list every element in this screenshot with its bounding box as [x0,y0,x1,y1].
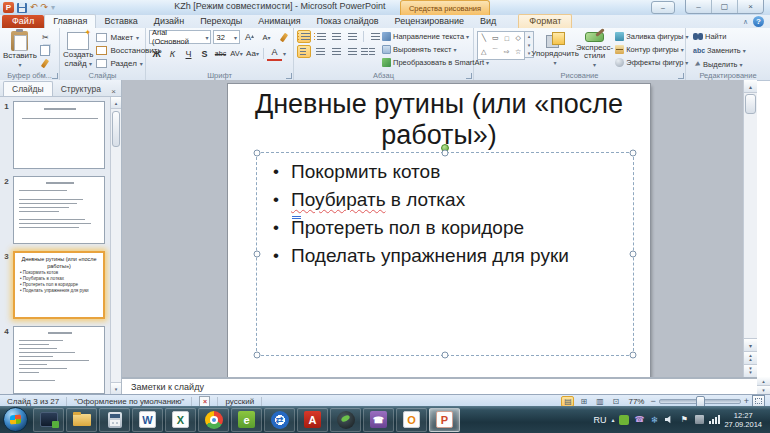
shape-star-icon[interactable]: ☆ [515,48,521,56]
panel-scroll-up-icon[interactable]: ▴ [111,97,121,109]
minimize-ribbon-icon[interactable]: ∧ [743,18,748,26]
taskbar-outlook[interactable]: O [396,408,427,432]
clock[interactable]: 12:27 27.09.2014 [724,411,765,429]
font-size-combo[interactable]: 32 ▾ [213,30,240,44]
new-slide-button[interactable]: ✦ Создать слайд ▾ [63,30,93,69]
theme-name[interactable]: "Оформление по умолчанию" [67,397,192,406]
arrange-button[interactable]: Упорядочить ▾ [534,30,576,69]
select-button[interactable]: ▲ Выделить ▾ [693,58,768,71]
tray-antivirus-icon[interactable]: ❄ [649,415,659,425]
shape-arc-icon[interactable]: ⌒ [492,47,499,57]
shape-arrow-icon[interactable]: ⇨ [504,48,510,56]
shapes-gallery-more-icon[interactable]: ▾ [528,50,531,56]
notes-pane[interactable]: Заметки к слайду [122,377,757,394]
resize-handle-se[interactable] [630,352,637,359]
taskbar-evernote[interactable]: e [231,408,262,432]
italic-button[interactable]: К [165,47,180,60]
content-placeholder[interactable]: •Покормить котов •Поубирать в лотках •Пр… [256,152,634,356]
zoom-level[interactable]: 77% [628,397,644,406]
spellcheck-status[interactable]: × [192,397,218,406]
tab-home[interactable]: Главная [44,14,96,28]
change-case-button[interactable]: Aa▾ [245,47,260,60]
taskbar-remote-desktop[interactable] [33,408,64,432]
editor-scroll-thumb[interactable] [745,94,756,114]
normal-view-button[interactable]: ▤ [561,396,574,407]
cut-icon[interactable]: ✂ [39,32,52,44]
help-icon[interactable]: ? [753,16,764,27]
underline-button[interactable]: Ч [181,47,196,60]
zoom-in-button[interactable]: + [744,397,749,406]
bullet-item[interactable]: •Поубирать в лотках [257,186,633,214]
tab-animations[interactable]: Анимация [250,15,308,28]
grow-font-button[interactable]: А▾ [242,31,257,44]
slide-thumbnail-3-selected[interactable]: 3 Дневные рутины (или «после работы») • … [0,251,112,319]
tray-device-icon[interactable] [694,415,704,425]
tab-format[interactable]: Формат [518,14,572,28]
tray-viber-icon[interactable]: ☎ [634,415,644,425]
tab-review[interactable]: Рецензирование [387,15,473,28]
language-status[interactable]: русский [218,397,262,406]
shapes-scroll-up-icon[interactable]: ▴ [528,33,531,39]
editor-scrollbar[interactable]: ▴ ▾ ▲▲ ▼▼ [743,80,757,377]
decrease-indent-button[interactable] [329,30,343,43]
slideshow-view-button[interactable]: ⊡ [609,396,622,407]
tray-expand-icon[interactable]: ▴ [611,416,614,423]
network-icon[interactable] [709,415,719,425]
resize-handle-s[interactable] [442,352,449,359]
language-indicator[interactable]: RU [593,415,606,425]
minimize-button[interactable]: – [686,0,712,13]
resize-handle-sw[interactable] [254,352,261,359]
convert-smartart-button[interactable]: Преобразовать в SmartArt ▾ [382,56,489,69]
paste-button[interactable]: Вставить ▾ [3,30,37,69]
reading-view-button[interactable]: ▥ [593,396,606,407]
slide-canvas[interactable]: Дневные рутины (или «после работы») •Пок… [228,84,650,377]
close-button[interactable]: × [738,0,763,13]
shapes-gallery[interactable]: ╲ ▭ □ ◇ △ ⌒ ⇨ ☆ [477,31,525,60]
bullet-item[interactable]: •Покормить котов [257,158,633,186]
tab-slides-panel[interactable]: Слайды [3,81,53,96]
shapes-scroll-down-icon[interactable]: ▾ [528,42,531,48]
replace-button[interactable]: abc Заменить ▾ [693,44,768,57]
maximize-button[interactable]: ▢ [712,0,738,13]
tray-evernote-icon[interactable] [619,415,629,425]
font-color-button[interactable]: А [267,46,282,61]
align-text-button[interactable]: Выровнять текст ▾ [382,43,489,56]
tab-transitions[interactable]: Переходы [192,15,250,28]
notes-scroll-up-icon[interactable]: ▴ [757,377,770,386]
powerpoint-app-icon[interactable]: P [3,2,14,13]
taskbar-powerpoint-active[interactable]: P [429,408,460,432]
text-shadow-button[interactable]: S [197,47,212,60]
columns-button[interactable] [361,45,375,58]
save-icon[interactable] [17,3,27,13]
character-spacing-button[interactable]: AV▾ [229,47,244,60]
tab-view[interactable]: Вид [472,15,504,28]
slide-sorter-view-button[interactable]: ⊞ [577,396,590,407]
resize-handle-ne[interactable] [630,150,637,157]
bullets-button[interactable] [297,30,311,43]
taskbar-explorer[interactable] [66,408,97,432]
taskbar-calculator[interactable] [99,408,130,432]
tab-file[interactable]: Файл [2,15,44,28]
quick-styles-button[interactable]: Экспресс-стили ▾ [576,30,613,69]
clipboard-dialog-launcher[interactable] [52,73,58,79]
tab-slideshow[interactable]: Показ слайдов [309,15,387,28]
align-center-button[interactable] [313,45,327,58]
panel-scroll-thumb[interactable] [112,111,120,147]
panel-scrollbar[interactable]: ▴ ▾ [110,97,121,394]
panel-close-icon[interactable]: × [111,87,121,96]
zoom-out-button[interactable]: − [650,397,655,406]
justify-button[interactable] [345,45,359,58]
taskbar-excel[interactable]: X [165,408,196,432]
slide-thumbnail-2[interactable]: 2 [0,176,112,244]
align-left-button[interactable] [297,45,311,58]
taskbar-teamviewer[interactable]: ⇄ [264,408,295,432]
shape-triangle-icon[interactable]: △ [481,48,486,56]
previous-slide-button[interactable]: ▲▲ [744,351,757,364]
next-slide-button[interactable]: ▼▼ [744,364,757,377]
editor-scroll-down-icon[interactable]: ▾ [744,338,757,351]
shape-outline-button[interactable]: Контур фигуры ▾ [615,43,688,56]
taskbar-chrome[interactable] [198,408,229,432]
editor-scroll-up-icon[interactable]: ▴ [744,80,757,93]
bullet-item[interactable]: •Протереть пол в коридоре [257,214,633,242]
font-family-combo[interactable]: Arial (Основной ▾ [149,30,211,44]
